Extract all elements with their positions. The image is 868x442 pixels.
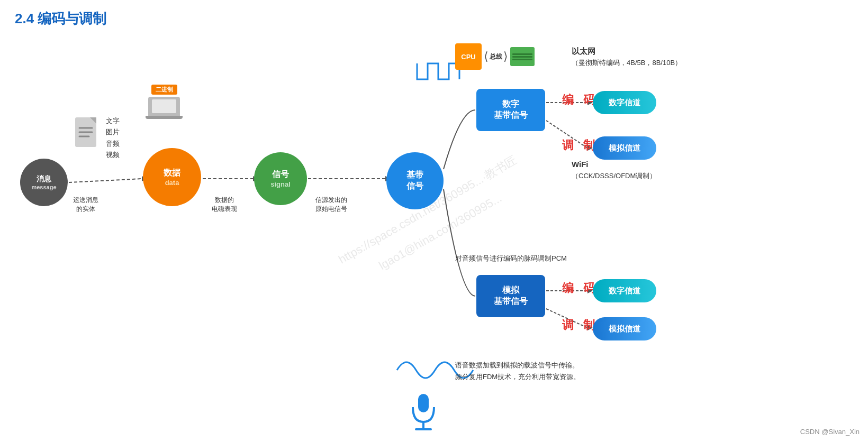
svg-rect-19	[418, 394, 429, 412]
doc-item-1: 文字	[106, 115, 120, 126]
analog-channel-upper: 模拟信道	[593, 136, 656, 160]
digital-channel-lower: 数字信道	[593, 279, 656, 302]
cpu-chip: CPU	[455, 43, 482, 70]
diagram: 文字 图片 音频 视频 消息 message 运送消息的实体 二进制 数据 da…	[11, 32, 863, 437]
arrow-label-message: 运送消息的实体	[73, 196, 98, 214]
analog-channel-lower: 模拟信道	[593, 317, 656, 340]
digital-channel-upper: 数字信道	[593, 91, 656, 114]
document-icon	[74, 116, 102, 149]
bus-line: ⟨ 总线 ⟩	[484, 50, 508, 63]
pcm-label: 对音频信号进行编码的脉码调制PCM	[455, 254, 567, 263]
data-node: 数据 data	[143, 148, 201, 206]
doc-item-2: 图片	[106, 126, 120, 137]
page-title: 2.4 编码与调制	[15, 10, 106, 28]
connection-lines	[11, 32, 863, 437]
laptop-base	[146, 116, 183, 119]
laptop-body	[148, 97, 180, 116]
doc-item-4: 视频	[106, 149, 120, 160]
ethernet-label: 以太网 （曼彻斯特编码，4B/5B，8B/10B）	[572, 45, 682, 68]
laptop-icon-area: 二进制	[146, 85, 183, 119]
arrow-label-data: 数据的电磁表现	[212, 196, 237, 214]
microphone-icon	[408, 391, 439, 436]
binary-badge: 二进制	[151, 85, 177, 95]
cpu-area: CPU ⟨ 总线 ⟩	[455, 43, 535, 70]
digital-channel-body-upper: 数字信道	[593, 91, 656, 114]
laptop-screen	[152, 99, 176, 113]
svg-line-0	[69, 179, 142, 182]
analog-baseband-box: 模拟 基带信号	[476, 275, 545, 317]
ram-chip	[510, 47, 535, 66]
signal-node: 信号 signal	[254, 152, 307, 205]
arrow-label-signal: 信源发出的原始电信号	[315, 196, 347, 214]
document-icon-area	[74, 116, 102, 151]
bottom-note: 语音数据加载到模拟的载波信号中传输。 频分复用FDM技术，充分利用带宽资源。	[455, 360, 580, 383]
doc-item-3: 音频	[106, 138, 120, 149]
baseband-node: 基带 信号	[386, 152, 444, 209]
digital-channel-body-lower: 数字信道	[593, 279, 656, 302]
doc-text-list: 文字 图片 音频 视频	[106, 115, 120, 161]
credit: CSDN @Sivan_Xin	[800, 428, 860, 436]
analog-channel-body-lower: 模拟信道	[593, 317, 656, 340]
message-node: 消息 message	[20, 159, 68, 206]
wifi-label: WiFi （CCK/DSSS/OFDM调制）	[572, 159, 656, 181]
analog-channel-body-upper: 模拟信道	[593, 136, 656, 160]
digital-baseband-box: 数字 基带信号	[476, 89, 545, 131]
